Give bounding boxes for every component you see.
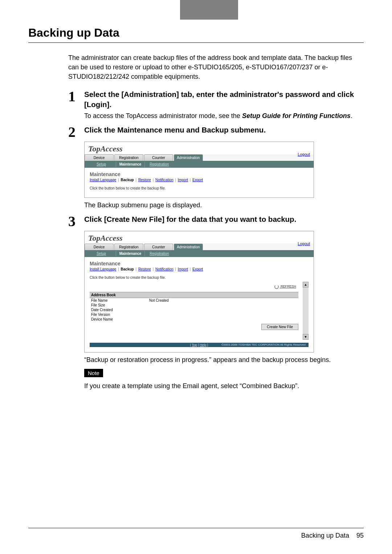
row-device-name: Device Name bbox=[90, 317, 298, 322]
file-name-value: Not Created bbox=[149, 298, 169, 302]
footer-copyright: ©2003-2006 TOSHIBA TEC CORPORATION All R… bbox=[221, 343, 306, 346]
refresh-icon bbox=[274, 285, 279, 289]
page-heading: Backing up Data bbox=[28, 20, 364, 43]
subtab-setup[interactable]: Setup bbox=[87, 162, 116, 167]
row-file-name: File Name Not Created bbox=[90, 298, 298, 303]
tab-counter[interactable]: Counter bbox=[144, 244, 173, 250]
maintenance-submenu: Install Language | Backup | Restore | No… bbox=[90, 267, 309, 271]
subtab-registration[interactable]: Registration bbox=[145, 251, 174, 256]
header-grey-tab bbox=[180, 0, 238, 20]
subtab-setup[interactable]: Setup bbox=[87, 251, 116, 256]
submenu-import[interactable]: Import bbox=[178, 178, 188, 182]
step-3-caption: “Backup or restoration process in progre… bbox=[84, 356, 364, 364]
topaccess-footer-bar: | Top | Help | ©2003-2006 TOSHIBA TEC CO… bbox=[90, 343, 309, 347]
backup-hint: Click the button below to create the bac… bbox=[90, 186, 309, 190]
step-1-text: To access the TopAccess administrator mo… bbox=[84, 111, 364, 121]
tab-device[interactable]: Device bbox=[85, 154, 114, 161]
row-file-version: File Version bbox=[90, 312, 298, 317]
submenu-restore[interactable]: Restore bbox=[138, 267, 151, 271]
maintenance-submenu: Install Language | Backup | Restore | No… bbox=[90, 178, 309, 182]
row-date-created: Date Created bbox=[90, 307, 298, 312]
submenu-backup[interactable]: Backup bbox=[121, 267, 134, 271]
screenshot-step-3: TopAccess Logout Device Registration Cou… bbox=[84, 231, 364, 353]
submenu-import[interactable]: Import bbox=[178, 267, 188, 271]
footer-label: Backing up Data bbox=[301, 532, 349, 539]
subtab-maintenance[interactable]: Maintenance bbox=[116, 162, 145, 167]
topaccess-logo: TopAccess bbox=[85, 231, 314, 244]
step-1-text-prefix: To access the TopAccess administrator mo… bbox=[84, 112, 242, 119]
step-2: 2 Click the Maintenance menu and Backup … bbox=[68, 125, 364, 139]
step-2-caption: The Backup submenu page is displayed. bbox=[84, 201, 364, 209]
subtab-registration[interactable]: Registration bbox=[145, 162, 174, 167]
tab-registration[interactable]: Registration bbox=[114, 244, 143, 250]
topaccess-logo: TopAccess bbox=[85, 142, 314, 154]
refresh-label: REFRESH bbox=[281, 285, 296, 288]
screenshot-step-2: TopAccess Logout Device Registration Cou… bbox=[84, 142, 364, 198]
logout-link[interactable]: Logout bbox=[298, 241, 310, 246]
step-1-text-emph: Setup Guide for Printing Functions bbox=[242, 112, 351, 119]
tab-device[interactable]: Device bbox=[85, 244, 114, 250]
device-name-label: Device Name bbox=[91, 317, 149, 321]
tab-administration[interactable]: Administration bbox=[174, 244, 203, 250]
address-book-header: Address Book bbox=[90, 292, 298, 298]
submenu-install-language[interactable]: Install Language bbox=[90, 178, 116, 182]
logout-link[interactable]: Logout bbox=[298, 152, 310, 156]
submenu-restore[interactable]: Restore bbox=[138, 178, 151, 182]
subtab-maintenance[interactable]: Maintenance bbox=[116, 251, 145, 256]
submenu-export[interactable]: Export bbox=[192, 178, 203, 182]
step-number: 1 bbox=[68, 89, 84, 122]
maintenance-section-title: Maintenance bbox=[90, 261, 309, 266]
tab-registration[interactable]: Registration bbox=[114, 154, 143, 161]
file-name-label: File Name bbox=[91, 298, 149, 302]
submenu-export[interactable]: Export bbox=[192, 267, 203, 271]
page-footer: Backing up Data 95 bbox=[28, 528, 364, 539]
scroll-up-button[interactable]: ▲ bbox=[303, 282, 309, 288]
file-size-label: File Size bbox=[91, 303, 149, 307]
step-1-heading: Select the [Administration] tab, enter t… bbox=[84, 89, 364, 109]
footer-page-number: 95 bbox=[356, 532, 364, 539]
tab-counter[interactable]: Counter bbox=[144, 154, 173, 161]
maintenance-section-title: Maintenance bbox=[90, 171, 309, 177]
create-new-file-button[interactable]: Create New File bbox=[261, 324, 298, 330]
file-version-label: File Version bbox=[91, 313, 149, 317]
backup-hint: Click the button below to create the bac… bbox=[90, 276, 309, 280]
backup-scroll-pane: ▲ REFRESH Address Book File Name Not Cre… bbox=[90, 282, 309, 340]
row-file-size: File Size bbox=[90, 303, 298, 307]
submenu-backup[interactable]: Backup bbox=[121, 178, 134, 182]
step-3-heading: Click [Create New File] for the data tha… bbox=[84, 214, 364, 224]
footer-help-link[interactable]: Help bbox=[200, 343, 207, 347]
intro-paragraph: The administrator can create backup file… bbox=[68, 53, 364, 81]
step-1: 1 Select the [Administration] tab, enter… bbox=[68, 89, 364, 122]
step-3: 3 Click [Create New File] for the data t… bbox=[68, 214, 364, 229]
step-2-heading: Click the Maintenance menu and Backup su… bbox=[84, 125, 364, 135]
submenu-notification[interactable]: Notification bbox=[155, 267, 173, 271]
tab-administration[interactable]: Administration bbox=[174, 154, 203, 161]
submenu-install-language[interactable]: Install Language bbox=[90, 267, 116, 271]
scroll-down-button[interactable]: ▼ bbox=[303, 334, 309, 340]
footer-top-link[interactable]: Top bbox=[192, 343, 197, 347]
step-number: 2 bbox=[68, 125, 84, 139]
step-1-text-suffix: . bbox=[351, 112, 352, 119]
submenu-notification[interactable]: Notification bbox=[155, 178, 173, 182]
refresh-link[interactable]: REFRESH bbox=[90, 283, 298, 292]
note-text: If you create a template using the Email… bbox=[84, 382, 364, 390]
note-tag: Note bbox=[84, 369, 103, 377]
step-number: 3 bbox=[68, 214, 84, 229]
date-created-label: Date Created bbox=[91, 308, 149, 312]
